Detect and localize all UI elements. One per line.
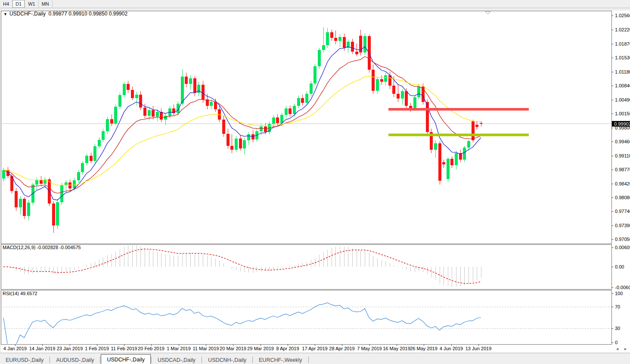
macd-indicator-label: MACD(12,26,9) -0.002828 -0.004575 — [3, 245, 81, 250]
candle-body — [343, 37, 346, 48]
candle-body — [326, 32, 329, 45]
candle-body — [480, 123, 483, 124]
date-axis-label: 26 May 2019 — [410, 346, 438, 351]
candle-body — [23, 199, 26, 216]
candle-body — [310, 83, 313, 94]
candle-body — [330, 32, 333, 38]
candle-body — [351, 42, 354, 52]
date-axis-label: 1 Feb 2019 — [85, 346, 109, 351]
candle-body — [52, 204, 55, 225]
candle-body — [384, 75, 387, 82]
chart-window: 1.025601.022201.018701.015301.011801.008… — [0, 8, 630, 352]
candle-body — [148, 110, 151, 116]
price-axis-label: 0.98420 — [615, 181, 630, 186]
candle-body — [301, 98, 304, 103]
candle-body — [401, 91, 404, 99]
candle-body — [363, 36, 366, 52]
macd-axis-label: 0.006058 — [615, 245, 630, 250]
candle-body — [467, 141, 470, 148]
candle-body — [472, 121, 475, 140]
price-axis-label: 0.97050 — [615, 237, 630, 242]
candle-body — [450, 159, 453, 165]
candle-body — [164, 116, 167, 120]
candle-body — [235, 139, 238, 150]
date-axis-label: 20 Mar 2019 — [220, 346, 246, 351]
date-axis-label: 1 Mar 2019 — [167, 346, 191, 351]
candle-body — [131, 90, 134, 98]
tab-eurchf-weekly[interactable]: EURCHF-,Weekly — [253, 355, 307, 364]
candle-body — [285, 108, 288, 115]
candle-body — [90, 156, 93, 160]
tab-usdcnh-daily[interactable]: USDCNH-,Daily — [202, 355, 252, 364]
tab-audusd-daily[interactable]: AUDUSD-,Daily — [50, 355, 99, 364]
timeframe-button-d1[interactable]: D1 — [12, 0, 25, 8]
chart-canvas[interactable]: 1.025601.022201.018701.015301.011801.008… — [0, 8, 630, 352]
candle-body — [177, 104, 180, 114]
candle-body — [56, 202, 59, 225]
chart-tabbar: EURUSD-,DailyAUDUSD-,DailyUSDCHF-,DailyU… — [0, 353, 630, 364]
tab-separator — [151, 357, 152, 363]
chart-title-text: USDCHF-,Daily 0.99877 0.99910 0.99850 0.… — [9, 11, 127, 17]
date-axis-label: 11 Mar 2019 — [193, 346, 219, 351]
candle-body — [305, 94, 308, 103]
candle-body — [380, 79, 383, 82]
candle-body — [417, 86, 420, 97]
candle-body — [77, 172, 80, 180]
candle-body — [293, 106, 296, 114]
symbol-dropdown-icon[interactable]: ▼ — [3, 12, 7, 16]
date-axis-label: 17 Apr 2019 — [302, 346, 327, 351]
price-axis-label: 0.99460 — [615, 139, 630, 144]
candle-body — [2, 170, 5, 179]
timeframe-button-w1[interactable]: W1 — [25, 0, 39, 8]
price-axis-label: 1.01870 — [615, 41, 630, 46]
tab-separator — [308, 357, 309, 363]
price-axis-label: 1.02560 — [615, 13, 630, 18]
price-axis-label: 1.01530 — [615, 55, 630, 60]
candle-body — [152, 110, 155, 117]
tab-usdchf-daily[interactable]: USDCHF-,Daily — [101, 354, 151, 364]
timeframe-toolbar: H4D1W1MN — [0, 0, 630, 8]
candle-body — [135, 95, 138, 98]
candle-body — [118, 95, 121, 107]
candle-body — [276, 117, 279, 123]
price-axis-label: 0.97740 — [615, 209, 630, 214]
candle-body — [313, 66, 317, 83]
price-axis-label: 1.00840 — [615, 83, 630, 88]
candle-body — [230, 146, 233, 150]
chart-title: ▼USDCHF-,Daily 0.99877 0.99910 0.99850 0… — [3, 11, 127, 17]
date-axis-label: 13 Jun 2019 — [466, 346, 492, 351]
candle-body — [106, 119, 109, 131]
timeframe-button-h4[interactable]: H4 — [0, 0, 12, 8]
price-axis-label: 1.01180 — [615, 69, 630, 74]
candle-body — [318, 50, 321, 66]
timeframe-button-mn[interactable]: MN — [39, 0, 53, 8]
tab-eurusd-daily[interactable]: EURUSD-,Daily — [0, 355, 49, 364]
tab-separator — [252, 357, 253, 363]
candle-body — [434, 143, 437, 150]
date-axis-label: 4 Jun 2019 — [440, 346, 463, 351]
candle-body — [85, 156, 88, 163]
candle-body — [372, 70, 375, 91]
candle-body — [210, 102, 213, 106]
date-axis-label: 16 May 2019 — [383, 346, 410, 351]
candle-body — [197, 85, 200, 93]
tab-separator — [100, 357, 100, 363]
candle-body — [260, 126, 263, 131]
date-axis-label: 28 Apr 2019 — [329, 346, 354, 351]
candle-body — [455, 153, 458, 165]
candle-body — [297, 98, 300, 106]
candle-body — [143, 108, 146, 116]
candle-body — [355, 52, 358, 54]
date-axis-label: 7 May 2019 — [357, 346, 382, 351]
candle-body — [35, 180, 38, 185]
candle-body — [139, 95, 142, 108]
tab-usdcad-daily[interactable]: USDCAD-,Daily — [152, 355, 201, 364]
date-axis-label: 29 Mar 2019 — [247, 346, 274, 351]
candle-body — [60, 185, 63, 202]
scroll-right-button[interactable]: ▸ — [624, 346, 627, 351]
candle-body — [15, 191, 18, 208]
scroll-left-button[interactable]: ◂ — [616, 346, 618, 351]
candle-body — [185, 77, 188, 84]
date-axis-label: 11 Feb 2019 — [111, 346, 137, 351]
candle-body — [114, 107, 117, 123]
